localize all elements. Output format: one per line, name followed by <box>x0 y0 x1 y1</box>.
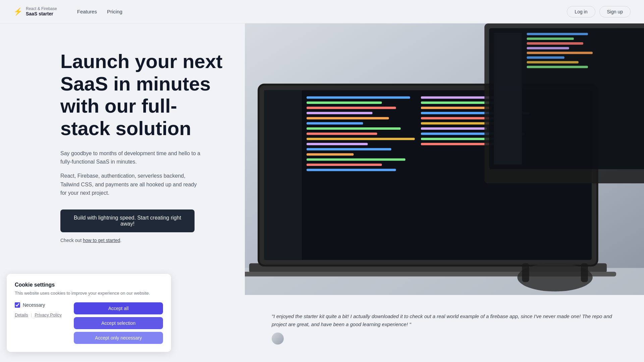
svg-rect-38 <box>527 47 569 49</box>
cookie-title: Cookie settings <box>15 282 163 288</box>
necessary-checkbox-row[interactable]: Necessary <box>15 302 68 308</box>
nav-features[interactable]: Features <box>77 9 97 14</box>
necessary-checkbox[interactable] <box>15 302 20 308</box>
svg-rect-17 <box>307 148 391 150</box>
svg-rect-9 <box>307 107 396 109</box>
accept-necessary-button[interactable]: Accept only necessary <box>74 332 163 344</box>
svg-rect-40 <box>527 56 564 59</box>
accept-selection-button[interactable]: Accept selection <box>74 317 163 329</box>
cookie-links: Details | Privacy Policy <box>15 312 68 317</box>
nav-pricing[interactable]: Pricing <box>107 9 122 14</box>
how-to-get-started-link[interactable]: how to get started <box>83 238 120 243</box>
svg-rect-37 <box>527 42 583 45</box>
cookie-banner: Cookie settings This website uses cookie… <box>7 274 171 352</box>
logo-icon: ⚡ <box>13 7 22 16</box>
cta-button[interactable]: Build with lightning speed. Start creati… <box>60 209 195 232</box>
svg-rect-12 <box>307 122 363 125</box>
logo-line1: React & Firebase <box>26 6 57 11</box>
svg-rect-11 <box>307 117 389 119</box>
svg-rect-10 <box>307 112 372 114</box>
svg-rect-47 <box>581 263 588 282</box>
navbar: ⚡ React & Firebase SaaS starter Features… <box>0 0 644 23</box>
avatar <box>272 333 284 345</box>
hero-title: Launch your next SaaS in minutes with ou… <box>60 50 225 140</box>
svg-rect-35 <box>527 33 588 35</box>
cookie-buttons: Accept all Accept selection Accept only … <box>74 302 163 344</box>
privacy-policy-link[interactable]: Privacy Policy <box>35 312 62 317</box>
svg-rect-28 <box>421 127 487 130</box>
nav-actions: Log in Sign up <box>567 6 631 17</box>
svg-rect-8 <box>307 102 382 104</box>
svg-rect-14 <box>307 132 377 135</box>
testimonial-text: "I enjoyed the starter kit quite a bit! … <box>272 312 617 328</box>
svg-rect-42 <box>527 66 588 68</box>
necessary-label: Necessary <box>23 302 45 308</box>
login-button[interactable]: Log in <box>567 6 595 17</box>
logo-line2: SaaS starter <box>26 11 57 17</box>
svg-rect-39 <box>527 52 592 54</box>
hero-subtitle: Say goodbye to months of development tim… <box>60 149 201 166</box>
testimonial-right: "I enjoyed the starter kit quite a bit! … <box>245 295 644 362</box>
cookie-row: Necessary Details | Privacy Policy Accep… <box>15 302 163 344</box>
logo[interactable]: ⚡ React & Firebase SaaS starter <box>13 6 57 17</box>
testimonial-author <box>272 333 284 345</box>
logo-text: React & Firebase SaaS starter <box>26 6 57 17</box>
svg-rect-21 <box>307 169 396 171</box>
svg-rect-41 <box>527 61 578 63</box>
svg-rect-36 <box>527 38 574 40</box>
details-link[interactable]: Details <box>15 312 28 317</box>
hero-description: React, Firebase, authentication, serverl… <box>60 172 201 197</box>
svg-rect-20 <box>307 164 382 166</box>
svg-rect-6 <box>264 90 302 260</box>
cookie-description: This website uses cookies to improve you… <box>15 290 163 297</box>
signup-button[interactable]: Sign up <box>599 6 631 17</box>
svg-rect-7 <box>307 96 410 99</box>
accept-all-button[interactable]: Accept all <box>74 302 163 314</box>
nav-links: Features Pricing <box>77 9 122 14</box>
svg-rect-13 <box>307 127 401 130</box>
check-out-text: Check out how to get started. <box>60 238 225 243</box>
cookie-left: Necessary Details | Privacy Policy <box>15 302 68 317</box>
svg-rect-46 <box>522 263 529 282</box>
svg-rect-15 <box>307 138 415 140</box>
svg-rect-16 <box>307 143 368 145</box>
svg-rect-24 <box>421 107 491 109</box>
svg-rect-19 <box>307 159 406 161</box>
svg-rect-34 <box>494 33 522 165</box>
svg-rect-18 <box>307 153 354 156</box>
